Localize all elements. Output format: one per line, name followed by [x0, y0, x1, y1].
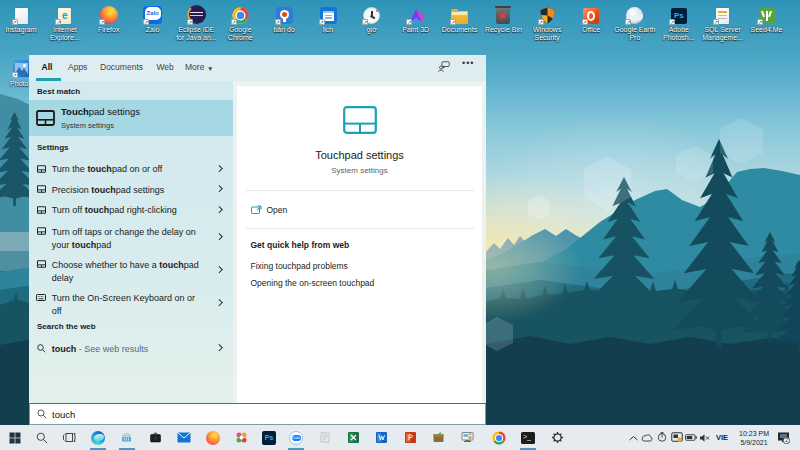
svg-text:2: 2	[785, 438, 788, 443]
